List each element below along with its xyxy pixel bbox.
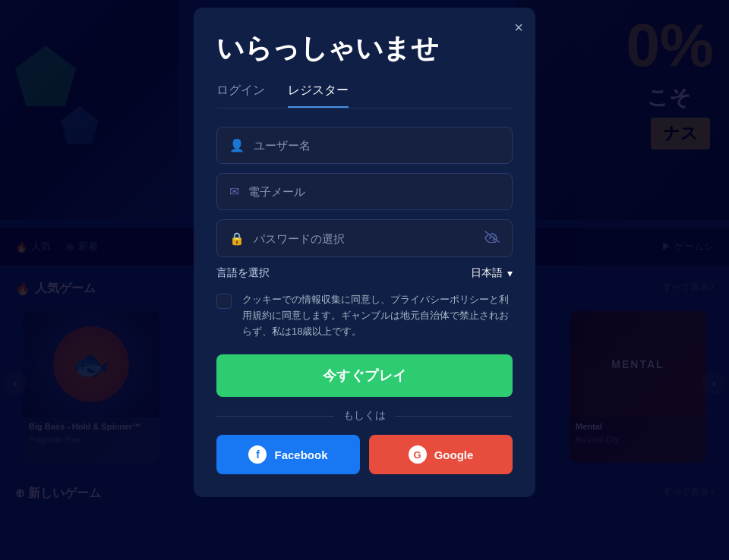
facebook-label: Facebook: [274, 448, 327, 461]
divider-text: もしくは: [343, 409, 386, 423]
google-button[interactable]: G Google: [369, 435, 513, 474]
username-input[interactable]: [254, 139, 500, 152]
language-value: 日本語: [471, 266, 503, 280]
password-field-wrapper: 🔒: [216, 219, 513, 257]
terms-checkbox[interactable]: [216, 294, 232, 309]
close-button[interactable]: ×: [514, 20, 523, 35]
modal: × いらっしゃいませ ログイン レジスター 👤 ✉ 🔒 言語を選択 日本語 ▾: [194, 8, 535, 497]
language-select[interactable]: 日本語 ▾: [471, 266, 513, 280]
divider-line-left: [216, 416, 334, 417]
tab-register[interactable]: レジスター: [288, 83, 349, 108]
divider-line-right: [395, 416, 513, 417]
checkbox-row: クッキーでの情報収集に同意し、プライバシーポリシーと利用規約に同意します。ギャン…: [216, 292, 513, 339]
user-icon: 👤: [229, 138, 245, 153]
language-label: 言語を選択: [216, 266, 270, 280]
eye-icon[interactable]: [484, 231, 500, 246]
email-field-wrapper: ✉: [216, 173, 513, 210]
username-field-wrapper: 👤: [216, 127, 513, 164]
tab-login[interactable]: ログイン: [216, 83, 265, 108]
password-input[interactable]: [254, 232, 475, 245]
terms-text: クッキーでの情報収集に同意し、プライバシーポリシーと利用規約に同意します。ギャン…: [242, 292, 513, 339]
email-input[interactable]: [248, 185, 500, 198]
chevron-down-icon: ▾: [507, 267, 513, 279]
divider: もしくは: [216, 409, 513, 423]
google-label: Google: [434, 448, 474, 461]
email-icon: ✉: [229, 184, 239, 199]
google-icon: G: [409, 445, 427, 464]
lock-icon: 🔒: [229, 231, 245, 246]
facebook-icon: f: [248, 445, 267, 464]
facebook-button[interactable]: f Facebook: [216, 435, 360, 474]
modal-title: いらっしゃいませ: [216, 30, 513, 68]
language-row: 言語を選択 日本語 ▾: [216, 266, 513, 280]
social-buttons: f Facebook G Google: [216, 435, 513, 474]
modal-tabs: ログイン レジスター: [216, 83, 513, 109]
play-button[interactable]: 今すぐプレイ: [216, 354, 513, 397]
